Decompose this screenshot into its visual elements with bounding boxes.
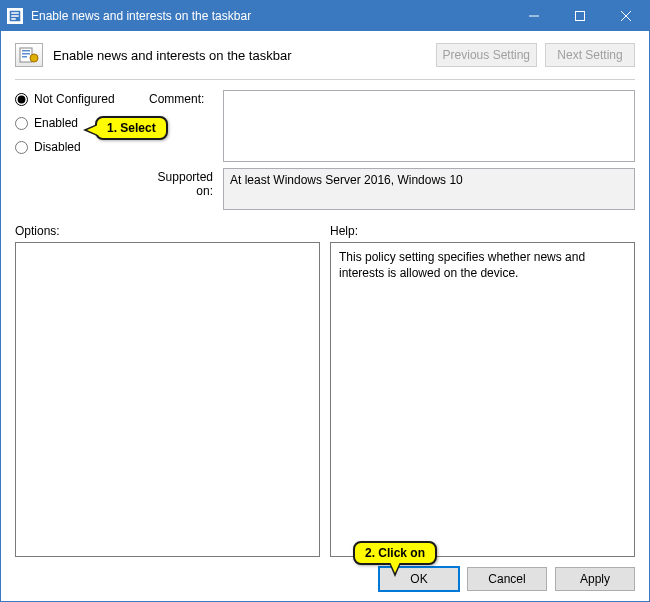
radio-not-configured[interactable]: Not Configured	[15, 92, 145, 106]
top-grid: Not Configured Enabled 1. Select Disable…	[15, 90, 635, 162]
app-icon	[7, 8, 23, 24]
dialog-window: Enable news and interests on the taskbar…	[0, 0, 650, 602]
radio-not-configured-input[interactable]	[15, 93, 28, 106]
nav-buttons: Previous Setting Next Setting	[436, 43, 635, 67]
svg-rect-5	[576, 12, 585, 21]
next-setting-button[interactable]: Next Setting	[545, 43, 635, 67]
header-row: Enable news and interests on the taskbar…	[15, 43, 635, 67]
button-row: 2. Click on OK Cancel Apply	[15, 567, 635, 591]
options-pane	[15, 242, 320, 557]
radio-disabled-label: Disabled	[34, 140, 81, 154]
state-radios: Not Configured Enabled 1. Select Disable…	[15, 90, 145, 154]
help-label: Help:	[330, 224, 635, 238]
radio-disabled-input[interactable]	[15, 141, 28, 154]
cancel-button[interactable]: Cancel	[467, 567, 547, 591]
annotation-step2: 2. Click on	[353, 541, 437, 565]
help-pane: This policy setting specifies whether ne…	[330, 242, 635, 557]
svg-rect-1	[11, 12, 19, 14]
svg-rect-10	[22, 53, 30, 55]
svg-rect-11	[22, 56, 27, 58]
apply-button[interactable]: Apply	[555, 567, 635, 591]
annotation-step1: 1. Select	[95, 116, 168, 140]
separator	[15, 79, 635, 80]
titlebar: Enable news and interests on the taskbar	[1, 1, 649, 31]
panes: This policy setting specifies whether ne…	[15, 242, 635, 557]
previous-setting-button[interactable]: Previous Setting	[436, 43, 537, 67]
supported-on-text: At least Windows Server 2016, Windows 10	[230, 173, 463, 187]
supported-on-box: At least Windows Server 2016, Windows 10	[223, 168, 635, 210]
page-title: Enable news and interests on the taskbar	[53, 48, 291, 63]
supported-row: Supported on: At least Windows Server 20…	[15, 168, 635, 210]
comment-textarea[interactable]	[223, 90, 635, 162]
svg-rect-3	[11, 18, 16, 20]
radio-enabled-label: Enabled	[34, 116, 78, 130]
radio-enabled-input[interactable]	[15, 117, 28, 130]
supported-label: Supported on:	[149, 168, 219, 198]
svg-point-12	[30, 54, 38, 62]
dialog-client: Enable news and interests on the taskbar…	[1, 31, 649, 601]
close-button[interactable]	[603, 1, 649, 31]
comment-label: Comment:	[149, 90, 219, 106]
svg-rect-2	[11, 15, 19, 17]
maximize-button[interactable]	[557, 1, 603, 31]
policy-icon	[15, 43, 43, 67]
radio-not-configured-label: Not Configured	[34, 92, 115, 106]
minimize-button[interactable]	[511, 1, 557, 31]
radio-disabled[interactable]: Disabled	[15, 140, 145, 154]
window-title: Enable news and interests on the taskbar	[31, 9, 511, 23]
svg-rect-9	[22, 50, 30, 52]
options-label: Options:	[15, 224, 320, 238]
mid-labels: Options: Help:	[15, 224, 635, 238]
